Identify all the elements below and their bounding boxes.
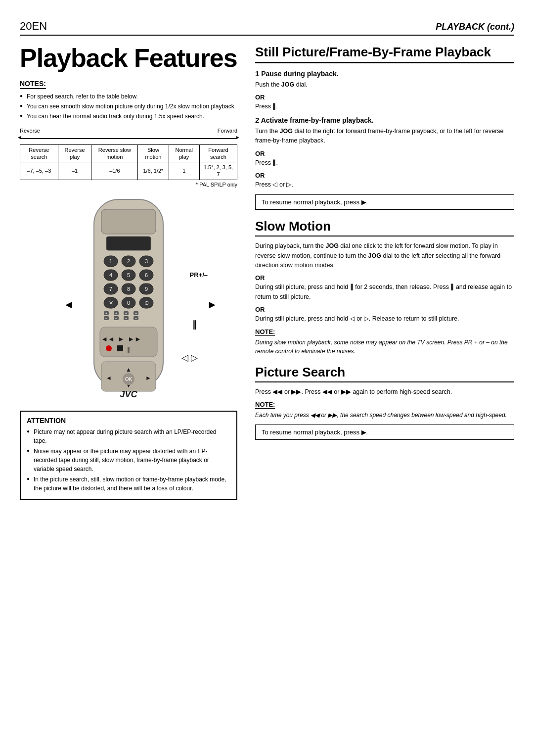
- notes-item-3: You can hear the normal audio track only…: [20, 112, 237, 121]
- page-header: 20EN PLAYBACK (cont.): [20, 15, 514, 36]
- svg-text:►►: ►►: [128, 335, 141, 343]
- svg-text:►: ►: [145, 375, 151, 381]
- prev-next-label: ◁ ▷: [181, 352, 198, 363]
- attention-list: Picture may not appear during picture se…: [27, 427, 230, 493]
- main-title: Playback Features: [20, 45, 237, 72]
- attention-item-3: In the picture search, still, slow motio…: [27, 475, 230, 493]
- val-forward-search: 1.5*, 2, 3, 5, 7: [199, 162, 237, 180]
- col-slow-motion: Slow motion: [138, 144, 169, 162]
- still-resume-box: To resume normal playback, press ▶.: [255, 194, 514, 210]
- slow-motion-body2: During still picture, press and hold ‖ f…: [255, 283, 514, 302]
- step2-press2: Press ◁ or ▷.: [255, 180, 514, 189]
- svg-text:◄: ◄: [106, 375, 112, 381]
- remote-image-area: ◄ PR+/– ‖ ◁ ▷ ►: [20, 194, 237, 404]
- svg-text:8: 8: [127, 286, 130, 292]
- svg-text:‖: ‖: [127, 346, 130, 353]
- svg-text:1: 1: [109, 258, 112, 264]
- step2-or1: OR: [255, 150, 514, 157]
- col-reverse-slow: Reverse slow motion: [91, 144, 138, 162]
- forward-label: Forward: [218, 128, 237, 134]
- content-area: Playback Features NOTES: For speed searc…: [20, 45, 514, 500]
- svg-text:◄◄: ◄◄: [101, 335, 115, 343]
- svg-text:–: –: [105, 316, 107, 320]
- speed-table-wrapper: Reverse Forward Reverse search Reverse p…: [20, 128, 237, 188]
- attention-title: ATTENTION: [27, 417, 230, 425]
- page-number: 20EN: [20, 15, 47, 33]
- svg-text:+: +: [135, 312, 137, 315]
- slow-motion-body3: During still picture, press and hold ◁ o…: [255, 314, 514, 324]
- remote-wrapper: ◄ PR+/– ‖ ◁ ▷ ►: [74, 194, 183, 404]
- svg-text:6: 6: [145, 272, 148, 278]
- step2-title: 2 Activate frame-by-frame playback.: [255, 116, 514, 124]
- val-reverse-slow: –1/6: [91, 162, 138, 180]
- notes-section: NOTES: For speed search, refer to the ta…: [20, 80, 237, 121]
- svg-rect-2: [106, 236, 151, 250]
- svg-text:5: 5: [127, 272, 130, 278]
- col-reverse-play: Reverse play: [58, 144, 91, 162]
- pal-note: * PAL SP/LP only: [20, 182, 237, 188]
- page-number-suffix: EN: [32, 20, 47, 32]
- still-picture-section: Still Picture/Frame-By-Frame Playback 1 …: [255, 45, 514, 210]
- still-picture-title: Still Picture/Frame-By-Frame Playback: [255, 45, 514, 60]
- svg-text:✕: ✕: [109, 300, 113, 306]
- step2-label: Activate frame-by-frame playback.: [261, 116, 374, 124]
- picture-search-body: Press ◀◀ or ▶▶. Press ◀◀ or ▶▶ again to …: [255, 387, 514, 397]
- still-resume-text: To resume normal playback, press ▶.: [262, 198, 368, 206]
- slow-motion-note-text: During slow motion playback, some noise …: [255, 338, 514, 356]
- svg-text:►: ►: [118, 335, 125, 343]
- left-arrow-icon: ◄: [63, 298, 74, 311]
- svg-text:3: 3: [145, 258, 148, 264]
- val-reverse-search: –7, –5, –3: [20, 162, 58, 180]
- svg-text:–: –: [135, 316, 137, 320]
- picture-search-section: Picture Search Press ◀◀ or ▶▶. Press ◀◀ …: [255, 365, 514, 440]
- speed-arrow-line: [20, 138, 237, 139]
- picture-search-title: Picture Search: [255, 365, 514, 382]
- step1-title: 1 Pause during playback.: [255, 69, 514, 78]
- right-arrow-icon: ►: [207, 298, 218, 311]
- svg-text:JVC: JVC: [120, 389, 137, 399]
- page-number-value: 20: [20, 20, 32, 32]
- step1-label: Pause during playback.: [261, 70, 338, 78]
- svg-text:OK: OK: [125, 377, 133, 382]
- svg-text:0: 0: [127, 300, 130, 306]
- svg-text:+: +: [105, 312, 107, 315]
- val-slow-motion: 1/6, 1/2*: [138, 162, 169, 180]
- slow-motion-section: Slow Motion During playback, turn the JO…: [255, 219, 514, 355]
- speed-arrow: [20, 135, 237, 142]
- slow-motion-title: Slow Motion: [255, 219, 514, 236]
- col-forward-search: Forward search: [199, 144, 237, 162]
- svg-rect-47: [117, 345, 123, 351]
- svg-text:2: 2: [127, 258, 130, 264]
- step2-press1: Press ‖.: [255, 158, 514, 168]
- attention-item-1: Picture may not appear during picture se…: [27, 427, 230, 445]
- slow-motion-or1: OR: [255, 274, 514, 282]
- val-normal-play: 1: [169, 162, 199, 180]
- title-divider: [255, 62, 514, 63]
- right-column: Still Picture/Frame-By-Frame Playback 1 …: [255, 45, 514, 500]
- attention-item-2: Noise may appear or the picture may appe…: [27, 447, 230, 473]
- picture-search-note-label: NOTE:: [255, 401, 275, 409]
- step1-number: 1: [255, 69, 259, 78]
- svg-text:⊙: ⊙: [144, 300, 149, 306]
- svg-text:+: +: [115, 312, 117, 315]
- svg-text:+: +: [125, 312, 127, 315]
- step2-or2: OR: [255, 172, 514, 179]
- slow-motion-body1: During playback, turn the JOG dial one c…: [255, 241, 514, 270]
- attention-box: ATTENTION Picture may not appear during …: [20, 411, 237, 500]
- slow-motion-or2: OR: [255, 306, 514, 313]
- step2-body: Turn the JOG dial to the right for forwa…: [255, 127, 514, 146]
- remote-svg: 1 2 3 4 5 6 7: [74, 194, 183, 402]
- step1-body: Push the JOG dial.: [255, 80, 514, 90]
- pause-label: ‖: [192, 319, 197, 330]
- svg-text:–: –: [125, 316, 127, 320]
- col-normal-play: Normal play: [169, 144, 199, 162]
- svg-text:▲: ▲: [126, 366, 132, 373]
- step1-or1: OR: [255, 94, 514, 101]
- svg-point-49: [106, 345, 112, 351]
- svg-rect-1: [101, 209, 156, 234]
- svg-text:4: 4: [109, 272, 112, 278]
- slow-motion-note: NOTE: During slow motion playback, some …: [255, 328, 514, 356]
- svg-text:7: 7: [109, 286, 112, 292]
- pr-label: PR+/–: [190, 271, 208, 279]
- picture-search-resume-box: To resume normal playback, press ▶.: [255, 425, 514, 440]
